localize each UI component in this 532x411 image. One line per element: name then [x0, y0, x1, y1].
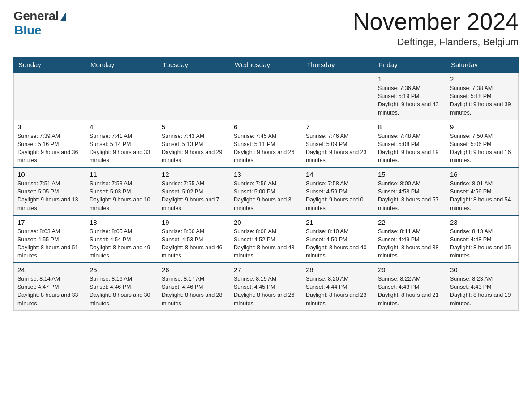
day-info: Sunrise: 7:43 AMSunset: 5:13 PMDaylight:…: [162, 132, 226, 165]
day-info: Sunrise: 8:08 AMSunset: 4:52 PMDaylight:…: [234, 227, 298, 260]
calendar-cell: 21Sunrise: 8:10 AMSunset: 4:50 PMDayligh…: [302, 215, 374, 263]
day-number: 22: [378, 218, 442, 226]
day-number: 19: [162, 218, 226, 226]
calendar-cell: 13Sunrise: 7:56 AMSunset: 5:00 PMDayligh…: [230, 167, 302, 215]
day-info: Sunrise: 8:13 AMSunset: 4:48 PMDaylight:…: [450, 227, 515, 260]
calendar-cell: 3Sunrise: 7:39 AMSunset: 5:16 PMDaylight…: [14, 120, 86, 168]
day-number: 24: [17, 266, 82, 274]
day-info: Sunrise: 8:05 AMSunset: 4:54 PMDaylight:…: [90, 227, 154, 260]
calendar-cell: 20Sunrise: 8:08 AMSunset: 4:52 PMDayligh…: [230, 215, 302, 263]
calendar-cell: 16Sunrise: 8:01 AMSunset: 4:56 PMDayligh…: [446, 167, 519, 215]
day-number: 27: [234, 266, 298, 274]
day-number: 28: [306, 266, 370, 274]
month-title: November 2024: [353, 9, 519, 34]
day-info: Sunrise: 7:53 AMSunset: 5:03 PMDaylight:…: [90, 180, 154, 212]
day-number: 12: [162, 171, 226, 178]
day-info: Sunrise: 8:06 AMSunset: 4:53 PMDaylight:…: [162, 227, 226, 260]
calendar-cell: 30Sunrise: 8:23 AMSunset: 4:43 PMDayligh…: [446, 263, 519, 310]
calendar-cell: 5Sunrise: 7:43 AMSunset: 5:13 PMDaylight…: [158, 120, 230, 168]
day-info: Sunrise: 8:00 AMSunset: 4:58 PMDaylight:…: [378, 180, 442, 212]
day-number: 5: [162, 123, 226, 131]
day-info: Sunrise: 7:58 AMSunset: 4:59 PMDaylight:…: [306, 180, 370, 212]
calendar-cell: 19Sunrise: 8:06 AMSunset: 4:53 PMDayligh…: [158, 215, 230, 263]
calendar-cell: 24Sunrise: 8:14 AMSunset: 4:47 PMDayligh…: [14, 263, 86, 310]
day-number: 25: [90, 266, 154, 274]
day-info: Sunrise: 8:17 AMSunset: 4:46 PMDaylight:…: [162, 275, 226, 308]
calendar-week-row: 17Sunrise: 8:03 AMSunset: 4:55 PMDayligh…: [14, 215, 519, 263]
calendar-cell: 27Sunrise: 8:19 AMSunset: 4:45 PMDayligh…: [230, 263, 302, 310]
calendar-cell: 23Sunrise: 8:13 AMSunset: 4:48 PMDayligh…: [446, 215, 519, 263]
day-info: Sunrise: 7:41 AMSunset: 5:14 PMDaylight:…: [90, 132, 154, 165]
calendar-cell: 17Sunrise: 8:03 AMSunset: 4:55 PMDayligh…: [14, 215, 86, 263]
calendar-cell: 18Sunrise: 8:05 AMSunset: 4:54 PMDayligh…: [86, 215, 158, 263]
day-info: Sunrise: 8:22 AMSunset: 4:43 PMDaylight:…: [378, 275, 442, 308]
location-title: Deftinge, Flanders, Belgium: [353, 36, 519, 48]
calendar-cell: 6Sunrise: 7:45 AMSunset: 5:11 PMDaylight…: [230, 120, 302, 168]
calendar-cell: 8Sunrise: 7:48 AMSunset: 5:08 PMDaylight…: [374, 120, 446, 168]
day-number: 13: [234, 171, 298, 178]
calendar-cell: 26Sunrise: 8:17 AMSunset: 4:46 PMDayligh…: [158, 263, 230, 310]
day-number: 10: [17, 171, 82, 178]
day-number: 17: [17, 218, 82, 226]
day-number: 8: [378, 123, 442, 131]
day-info: Sunrise: 7:38 AMSunset: 5:18 PMDaylight:…: [450, 84, 515, 117]
calendar-cell: [158, 73, 230, 120]
day-number: 18: [90, 218, 154, 226]
day-number: 6: [234, 123, 298, 131]
day-info: Sunrise: 7:48 AMSunset: 5:08 PMDaylight:…: [378, 132, 442, 165]
day-info: Sunrise: 8:11 AMSunset: 4:49 PMDaylight:…: [378, 227, 442, 260]
day-info: Sunrise: 8:23 AMSunset: 4:43 PMDaylight:…: [450, 275, 515, 308]
day-info: Sunrise: 8:20 AMSunset: 4:44 PMDaylight:…: [306, 275, 370, 308]
calendar-cell: 11Sunrise: 7:53 AMSunset: 5:03 PMDayligh…: [86, 167, 158, 215]
logo-triangle-icon: [60, 12, 66, 21]
day-number: 23: [450, 218, 515, 226]
weekday-header-saturday: Saturday: [446, 57, 519, 73]
weekday-header-sunday: Sunday: [14, 57, 86, 73]
day-info: Sunrise: 8:16 AMSunset: 4:46 PMDaylight:…: [90, 275, 154, 308]
weekday-header-tuesday: Tuesday: [158, 57, 230, 73]
day-info: Sunrise: 8:14 AMSunset: 4:47 PMDaylight:…: [17, 275, 82, 308]
calendar-cell: 29Sunrise: 8:22 AMSunset: 4:43 PMDayligh…: [374, 263, 446, 310]
day-number: 15: [378, 171, 442, 178]
day-number: 20: [234, 218, 298, 226]
day-number: 30: [450, 266, 515, 274]
calendar-cell: [14, 73, 86, 120]
calendar-cell: 28Sunrise: 8:20 AMSunset: 4:44 PMDayligh…: [302, 263, 374, 310]
day-info: Sunrise: 7:51 AMSunset: 5:05 PMDaylight:…: [17, 180, 82, 212]
calendar-cell: [302, 73, 374, 120]
day-number: 29: [378, 266, 442, 274]
weekday-header-thursday: Thursday: [302, 57, 374, 73]
weekday-header-row: SundayMondayTuesdayWednesdayThursdayFrid…: [14, 57, 519, 73]
day-number: 11: [90, 171, 154, 178]
day-info: Sunrise: 8:01 AMSunset: 4:56 PMDaylight:…: [450, 180, 515, 212]
day-number: 4: [90, 123, 154, 131]
weekday-header-wednesday: Wednesday: [230, 57, 302, 73]
calendar-cell: 14Sunrise: 7:58 AMSunset: 4:59 PMDayligh…: [302, 167, 374, 215]
calendar-cell: 25Sunrise: 8:16 AMSunset: 4:46 PMDayligh…: [86, 263, 158, 310]
calendar-cell: 12Sunrise: 7:55 AMSunset: 5:02 PMDayligh…: [158, 167, 230, 215]
day-number: 9: [450, 123, 515, 131]
page-header: General Blue November 2024 Deftinge, Fla…: [13, 9, 519, 48]
weekday-header-monday: Monday: [86, 57, 158, 73]
calendar-cell: 22Sunrise: 8:11 AMSunset: 4:49 PMDayligh…: [374, 215, 446, 263]
calendar-cell: 4Sunrise: 7:41 AMSunset: 5:14 PMDaylight…: [86, 120, 158, 168]
day-info: Sunrise: 7:56 AMSunset: 5:00 PMDaylight:…: [234, 180, 298, 212]
day-number: 16: [450, 171, 515, 178]
day-info: Sunrise: 8:19 AMSunset: 4:45 PMDaylight:…: [234, 275, 298, 308]
calendar-cell: 2Sunrise: 7:38 AMSunset: 5:18 PMDaylight…: [446, 73, 519, 120]
day-number: 2: [450, 75, 515, 83]
calendar-week-row: 10Sunrise: 7:51 AMSunset: 5:05 PMDayligh…: [14, 167, 519, 215]
day-number: 14: [306, 171, 370, 178]
calendar-cell: 9Sunrise: 7:50 AMSunset: 5:06 PMDaylight…: [446, 120, 519, 168]
calendar-cell: 15Sunrise: 8:00 AMSunset: 4:58 PMDayligh…: [374, 167, 446, 215]
calendar-cell: [230, 73, 302, 120]
logo: General Blue: [13, 9, 66, 38]
day-number: 1: [378, 75, 442, 83]
title-block: November 2024 Deftinge, Flanders, Belgiu…: [353, 9, 519, 48]
day-info: Sunrise: 7:46 AMSunset: 5:09 PMDaylight:…: [306, 132, 370, 165]
day-info: Sunrise: 7:39 AMSunset: 5:16 PMDaylight:…: [17, 132, 82, 165]
day-number: 7: [306, 123, 370, 131]
day-info: Sunrise: 8:03 AMSunset: 4:55 PMDaylight:…: [17, 227, 82, 260]
calendar-cell: 1Sunrise: 7:36 AMSunset: 5:19 PMDaylight…: [374, 73, 446, 120]
day-info: Sunrise: 7:50 AMSunset: 5:06 PMDaylight:…: [450, 132, 515, 165]
